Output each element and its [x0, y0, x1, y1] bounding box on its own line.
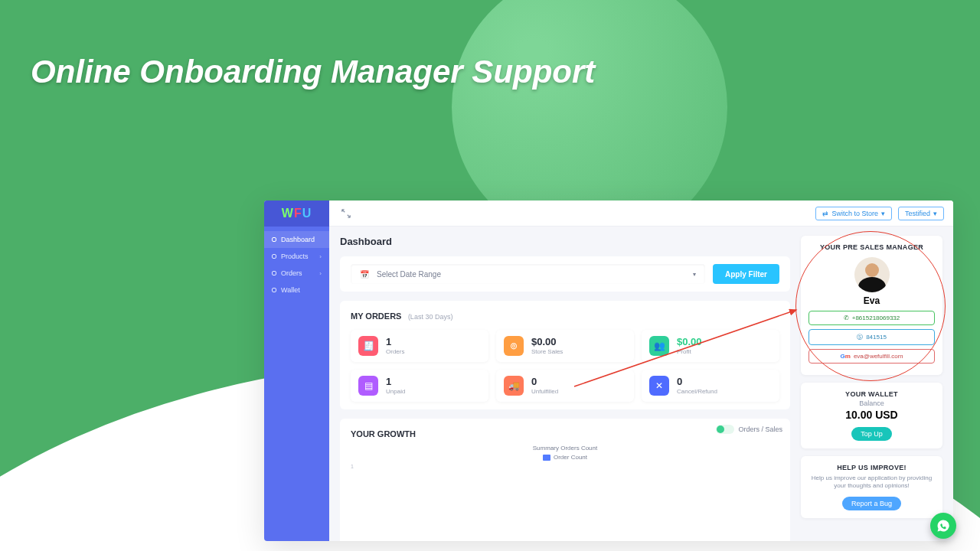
skype-button[interactable]: Ⓢ 841515: [808, 329, 935, 345]
wallet-card: YOUR WALLET Balance 10.00 USD Top Up: [801, 383, 942, 448]
manager-card: YOUR PRE SALES MANAGER Eva ✆ +8615218069…: [801, 236, 942, 375]
manager-email: eva@wefulfill.com: [854, 353, 903, 360]
y-tick: 1: [351, 464, 354, 469]
switch-store-button[interactable]: ⇄ Switch to Store ▾: [815, 207, 892, 220]
stat-value: 0: [677, 377, 717, 386]
col-left: Dashboard 📅 Select Date Range ▾ Apply Fi…: [340, 236, 790, 532]
calendar-icon: 📅: [360, 270, 369, 279]
stat-cancel-refund[interactable]: ✕ 0 Cancel/Refund: [642, 370, 779, 402]
dashboard-icon: [272, 237, 276, 242]
help-text: Help us improve our application by provi…: [808, 474, 935, 491]
hero-title: Online Onboarding Manager Support: [31, 54, 595, 90]
sidebar: WFU Dashboard Products › Orders › Wallet: [264, 201, 329, 541]
sidebar-item-wallet[interactable]: Wallet: [264, 282, 329, 298]
stat-label: Orders: [386, 348, 404, 355]
chart-legend: Order Count: [351, 454, 779, 461]
logo: WFU: [264, 201, 329, 227]
chevron-down-icon: ▾: [881, 210, 885, 217]
products-icon: [272, 254, 276, 259]
page-title: Dashboard: [340, 236, 790, 247]
report-bug-button[interactable]: Report a Bug: [842, 497, 901, 510]
orders-sales-toggle[interactable]: Orders / Sales: [716, 425, 782, 434]
help-card: HELP US IMPROVE! Help us improve our app…: [801, 456, 942, 518]
store-icon: ⇄: [822, 210, 828, 217]
chevron-right-icon: ›: [319, 270, 322, 277]
sidebar-item-label: Orders: [281, 269, 302, 277]
legend-label: Order Count: [554, 454, 587, 461]
skype-icon: Ⓢ: [857, 333, 863, 341]
chart-title: Summary Orders Count: [351, 445, 779, 452]
whatsapp-button[interactable]: ✆ +8615218069332: [808, 311, 935, 325]
topbar: ⇄ Switch to Store ▾ Testified ▾: [329, 201, 953, 227]
legend-swatch: [543, 455, 550, 461]
topup-button[interactable]: Top Up: [851, 427, 892, 441]
manager-name: Eva: [808, 295, 935, 306]
sidebar-item-dashboard[interactable]: Dashboard: [264, 231, 329, 248]
stat-label: Store Sales: [531, 348, 563, 355]
stat-label: Unpaid: [386, 388, 405, 395]
balance-label: Balance: [808, 399, 935, 407]
date-range-input[interactable]: 📅 Select Date Range ▾: [351, 264, 705, 284]
stat-grid: 🧾 1 Orders ⊚ $0.00 Store Sales 👥 $0.00: [351, 330, 779, 402]
stat-unpaid[interactable]: ▤ 1 Unpaid: [351, 370, 488, 402]
sidebar-item-label: Wallet: [281, 286, 300, 294]
sidebar-item-label: Products: [281, 253, 309, 260]
content: Dashboard 📅 Select Date Range ▾ Apply Fi…: [329, 227, 953, 541]
orders-title: MY ORDERS: [351, 311, 401, 321]
stat-store-sales[interactable]: ⊚ $0.00 Store Sales: [496, 330, 634, 362]
orders-icon: [272, 271, 276, 276]
wallet-icon: [272, 288, 276, 292]
whatsapp-icon: ✆: [844, 315, 849, 321]
manager-avatar: [854, 257, 890, 292]
email-button[interactable]: Gm eva@wefulfill.com: [808, 349, 935, 364]
manager-title: YOUR PRE SALES MANAGER: [808, 243, 935, 251]
expand-icon[interactable]: [338, 206, 354, 221]
switch-icon: [716, 425, 734, 434]
orders-card: MY ORDERS (Last 30 Days) 🧾 1 Orders ⊚ $0…: [340, 301, 790, 409]
stat-value: 1: [386, 337, 404, 347]
chevron-down-icon: ▾: [693, 271, 696, 278]
chevron-right-icon: ›: [319, 253, 322, 260]
chart-area: 1: [351, 464, 779, 540]
stat-unfulfilled[interactable]: 🚚 0 Unfulfilled: [496, 370, 634, 402]
gmail-icon: Gm: [841, 353, 851, 360]
balance-value: 10.00 USD: [808, 409, 935, 421]
app-window: WFU Dashboard Products › Orders › Wallet: [264, 201, 953, 541]
main: ⇄ Switch to Store ▾ Testified ▾ Dashboar…: [329, 201, 953, 541]
user-name: Testified: [905, 210, 930, 217]
help-title: HELP US IMPROVE!: [808, 464, 935, 471]
chevron-down-icon: ▾: [933, 210, 937, 217]
orders-subtitle: (Last 30 Days): [408, 313, 453, 321]
skype-id: 841515: [866, 334, 887, 341]
stat-orders[interactable]: 🧾 1 Orders: [351, 330, 488, 362]
unfulfilled-stat-icon: 🚚: [504, 376, 524, 396]
sales-stat-icon: ⊚: [504, 336, 524, 356]
whatsapp-number: +8615218069332: [852, 315, 900, 321]
stat-label: Cancel/Refund: [677, 388, 717, 395]
user-menu[interactable]: Testified ▾: [898, 207, 944, 220]
sidebar-item-orders[interactable]: Orders ›: [264, 265, 329, 282]
whatsapp-fab[interactable]: [930, 513, 956, 539]
stat-label: Unfulfilled: [531, 388, 558, 395]
cancel-stat-icon: ✕: [649, 376, 669, 396]
stat-profit[interactable]: 👥 $0.00 Profit: [642, 330, 779, 362]
switch-store-label: Switch to Store: [831, 210, 878, 217]
unpaid-stat-icon: ▤: [358, 376, 378, 396]
stat-label: Profit: [677, 348, 702, 355]
stat-value: 0: [531, 377, 558, 386]
sidebar-item-products[interactable]: Products ›: [264, 248, 329, 265]
filter-card: 📅 Select Date Range ▾ Apply Filter: [340, 256, 790, 292]
growth-card: YOUR GROWTH Orders / Sales Summary Order…: [340, 419, 790, 541]
date-placeholder: Select Date Range: [377, 270, 441, 279]
growth-title: YOUR GROWTH: [351, 429, 416, 439]
toggle-label: Orders / Sales: [738, 425, 782, 433]
wallet-title: YOUR WALLET: [808, 390, 935, 398]
stat-value: 1: [386, 377, 405, 386]
stat-value: $0.00: [677, 337, 702, 347]
whatsapp-icon: [936, 519, 950, 533]
apply-filter-button[interactable]: Apply Filter: [713, 264, 779, 284]
profit-stat-icon: 👥: [649, 336, 669, 356]
orders-stat-icon: 🧾: [358, 336, 378, 356]
col-right: YOUR PRE SALES MANAGER Eva ✆ +8615218069…: [801, 236, 942, 532]
stat-value: $0.00: [531, 337, 563, 347]
